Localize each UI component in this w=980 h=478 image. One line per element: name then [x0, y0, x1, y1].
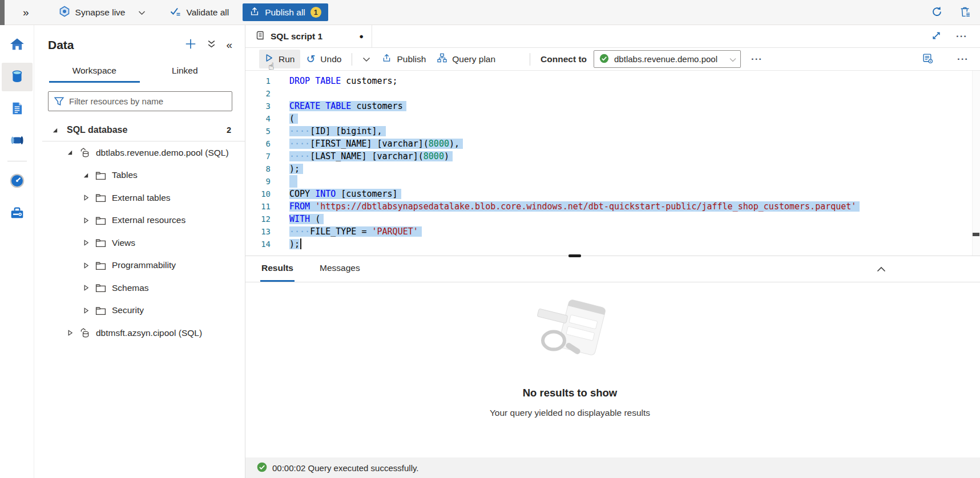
tree-item-security[interactable]: Security	[34, 299, 245, 322]
folder-icon	[95, 237, 106, 248]
chevron-expanded-icon[interactable]	[82, 172, 90, 179]
publish-upload-icon	[249, 6, 260, 19]
expand-menu-button[interactable]: »	[19, 6, 33, 19]
expand-editor-icon[interactable]	[931, 31, 941, 42]
line-number: 12	[245, 213, 271, 225]
collapse-all-icon[interactable]	[207, 39, 216, 51]
database-cylinder-icon	[10, 68, 25, 86]
hub-develop[interactable]	[2, 95, 33, 123]
hub-integrate[interactable]	[2, 127, 33, 155]
tree-item-label: Security	[112, 305, 144, 315]
chevron-collapsed-icon[interactable]	[82, 307, 90, 314]
publish-button[interactable]: Publish	[376, 49, 431, 69]
collapse-results-chevron-icon[interactable]	[877, 264, 886, 274]
line-number: 2	[245, 87, 271, 100]
folder-icon	[95, 305, 106, 316]
publish-label: Publish	[397, 54, 426, 64]
line-number: 9	[245, 175, 271, 188]
chevron-expanded-icon[interactable]	[51, 127, 59, 133]
add-resource-icon[interactable]	[184, 38, 197, 52]
code-line-6: 6····[FIRST_NAME] [varchar](8000),	[245, 137, 980, 150]
hub-manage[interactable]	[2, 199, 33, 228]
collapse-panel-icon[interactable]: «	[226, 39, 232, 50]
no-results-illustration	[527, 297, 613, 372]
tree-item-external-resources[interactable]: External resources	[34, 209, 245, 232]
mode-selector[interactable]: Synapse live	[55, 3, 150, 21]
folder-icon	[95, 282, 106, 293]
hub-monitor[interactable]	[2, 167, 33, 196]
tree-item-views[interactable]: Views	[34, 232, 245, 254]
tree-item-label: Schemas	[112, 283, 149, 293]
publish-all-label: Publish all	[265, 7, 305, 18]
empty-results-title: No results to show	[523, 387, 618, 399]
sql-code-editor[interactable]: 1DROP TABLE customers;23CREATE TABLE cus…	[245, 71, 980, 256]
folder-icon	[95, 260, 106, 271]
document-icon	[10, 100, 25, 118]
tree-item-schemas[interactable]: Schemas	[34, 277, 245, 299]
unsaved-changes-dot: ●	[359, 32, 364, 40]
mouse-cursor: ☝	[268, 60, 274, 72]
chevron-collapsed-icon[interactable]	[82, 217, 90, 224]
line-number: 1	[245, 75, 271, 87]
tree-item-label: Views	[112, 238, 135, 248]
tree-item-programmability[interactable]: Programmability	[34, 254, 245, 277]
toolbar-overflow-icon[interactable]: ···	[751, 54, 763, 64]
chevron-collapsed-icon[interactable]	[82, 262, 90, 269]
chevron-collapsed-icon[interactable]	[82, 240, 90, 246]
connected-pool-value: dbtlabs.revenue.demo.pool	[614, 54, 724, 64]
resource-tree-items: dbtlabs.revenue.demo.pool (SQL)TablesExt…	[34, 141, 245, 345]
rail-divider	[7, 161, 27, 161]
filter-resources-input[interactable]	[48, 91, 232, 111]
tree-item-dbtmsft-azsyn-cipool-sql[interactable]: dbtmsft.azsyn.cipool (SQL)	[34, 322, 245, 345]
tree-item-external-tables[interactable]: External tables	[34, 187, 245, 209]
discard-trash-icon[interactable]	[959, 6, 971, 19]
chevron-collapsed-icon[interactable]	[82, 285, 90, 291]
tab-messages[interactable]: Messages	[318, 263, 361, 282]
tab-more-actions-icon[interactable]: ···	[956, 31, 967, 41]
pipeline-icon	[9, 133, 25, 149]
folder-icon	[95, 215, 106, 226]
run-button[interactable]: Run	[259, 50, 300, 68]
undo-icon: ↺	[306, 54, 315, 64]
query-plan-button[interactable]: Query plan	[431, 49, 501, 69]
tab-linked[interactable]: Linked	[140, 61, 231, 83]
undo-split-chevron[interactable]	[357, 50, 376, 68]
tab-results[interactable]: Results	[260, 263, 295, 282]
tree-item-tables[interactable]: Tables	[34, 164, 245, 187]
hub-home[interactable]	[2, 31, 33, 59]
panel-resize-handle[interactable]	[568, 254, 581, 257]
validate-all-button[interactable]: Validate all	[164, 2, 235, 23]
tab-sql-script-1[interactable]: SQL script 1 ●	[245, 25, 372, 47]
overview-ruler[interactable]	[972, 71, 980, 256]
hub-data[interactable]	[2, 63, 33, 91]
validate-check-icon	[170, 6, 181, 19]
tab-workspace[interactable]: Workspace	[49, 61, 140, 83]
chevron-collapsed-icon[interactable]	[66, 330, 74, 336]
chevron-expanded-icon[interactable]	[66, 149, 74, 156]
publish-all-button[interactable]: Publish all 1	[243, 3, 328, 21]
line-number: 14	[245, 238, 271, 250]
refresh-icon[interactable]	[931, 6, 943, 19]
undo-button[interactable]: ↺ Undo	[300, 50, 347, 68]
synapse-logo-icon	[59, 6, 70, 19]
sql-script-icon	[255, 30, 265, 42]
toolbar-separator	[352, 53, 352, 66]
properties-icon[interactable]	[922, 53, 933, 66]
tree-section-sql-database[interactable]: SQL database 2	[34, 119, 245, 141]
document-tabstrip: SQL script 1 ● ···	[245, 25, 980, 48]
filter-funnel-icon	[54, 96, 64, 108]
tree-item-dbtlabs-revenue-demo-pool-sql[interactable]: dbtlabs.revenue.demo.pool (SQL)	[34, 141, 245, 164]
tree-item-label: dbtmsft.azsyn.cipool (SQL)	[96, 328, 202, 338]
tree-item-label: External resources	[112, 215, 185, 225]
connect-to-label: Connect to	[541, 54, 587, 64]
chevron-down-icon	[138, 7, 146, 17]
home-icon	[9, 37, 25, 54]
code-line-10: 10COPY INTO [customers]	[245, 188, 980, 200]
left-edge-strip	[0, 0, 5, 25]
database-icon	[79, 147, 90, 158]
tab-title: SQL script 1	[271, 31, 322, 42]
line-number: 11	[245, 200, 271, 213]
chevron-collapsed-icon[interactable]	[82, 195, 90, 201]
connect-to-dropdown[interactable]: dbtlabs.revenue.demo.pool	[594, 50, 741, 68]
more-actions-icon[interactable]: ···	[957, 54, 969, 64]
